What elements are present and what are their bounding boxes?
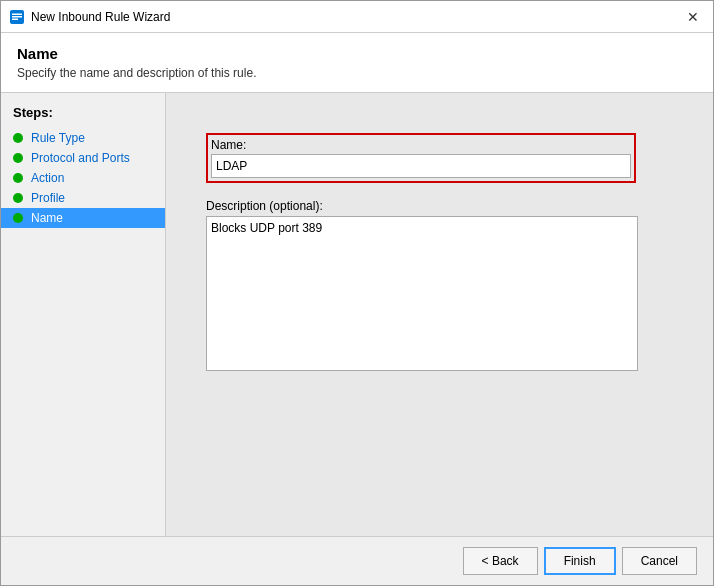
title-bar: New Inbound Rule Wizard ✕ [1,1,713,33]
sidebar-item-label: Action [31,171,64,185]
sidebar-item-rule-type[interactable]: Rule Type [1,128,165,148]
finish-button[interactable]: Finish [544,547,616,575]
step-dot-name [13,213,23,223]
svg-rect-1 [12,16,22,18]
page-title: Name [17,45,697,62]
steps-label: Steps: [1,105,165,128]
footer: < Back Finish Cancel [1,536,713,585]
form-wrapper: Name: Description (optional): [206,133,673,388]
content-area: Steps: Rule Type Protocol and Ports Acti… [1,93,713,536]
description-label: Description (optional): [206,199,673,213]
main-form-area: Name: Description (optional): [166,93,713,536]
step-dot-action [13,173,23,183]
sidebar-item-profile[interactable]: Profile [1,188,165,208]
name-input[interactable] [211,154,631,178]
sidebar-item-label: Rule Type [31,131,85,145]
step-dot-protocol [13,153,23,163]
app-icon [9,9,25,25]
sidebar-item-protocol-and-ports[interactable]: Protocol and Ports [1,148,165,168]
description-textarea[interactable] [206,216,638,371]
page-subtitle: Specify the name and description of this… [17,66,697,80]
step-dot-profile [13,193,23,203]
svg-rect-3 [12,18,18,20]
sidebar: Steps: Rule Type Protocol and Ports Acti… [1,93,166,536]
header-section: Name Specify the name and description of… [1,33,713,93]
sidebar-item-label: Profile [31,191,65,205]
sidebar-item-label: Name [31,211,63,225]
name-label: Name: [211,138,631,152]
main-window: New Inbound Rule Wizard ✕ Name Specify t… [0,0,714,586]
description-group: Description (optional): [206,199,673,374]
step-dot-rule-type [13,133,23,143]
svg-rect-2 [12,13,22,15]
sidebar-item-name[interactable]: Name [1,208,165,228]
close-button[interactable]: ✕ [681,5,705,29]
name-field-outer: Name: [206,133,636,183]
back-button[interactable]: < Back [463,547,538,575]
title-bar-text: New Inbound Rule Wizard [31,10,681,24]
sidebar-item-label: Protocol and Ports [31,151,130,165]
cancel-button[interactable]: Cancel [622,547,697,575]
sidebar-item-action[interactable]: Action [1,168,165,188]
